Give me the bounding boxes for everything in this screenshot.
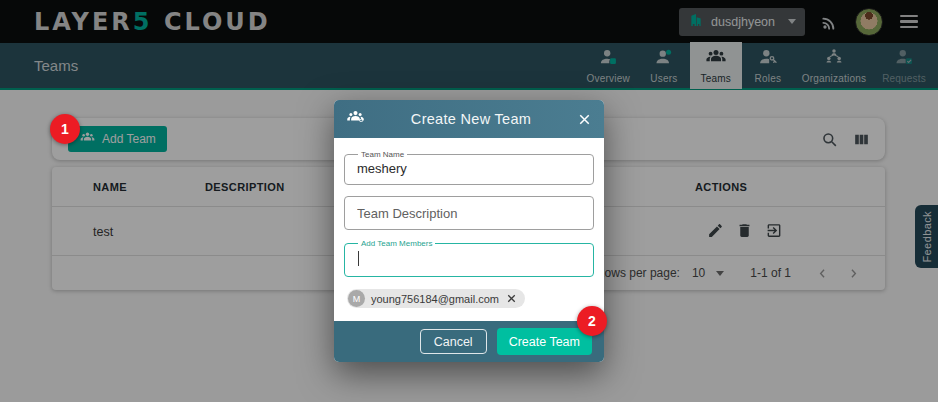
member-email-chip[interactable]: M young756184@gmail.com (347, 289, 525, 308)
team-description-input[interactable] (344, 196, 594, 230)
text-cursor (358, 251, 359, 266)
chip-avatar: M (348, 290, 365, 307)
team-name-label: Team Name (358, 150, 407, 159)
add-team-members-label: Add Team Members (358, 239, 435, 248)
create-team-button[interactable]: Create Team (497, 328, 592, 355)
add-team-members-field[interactable]: Add Team Members (344, 239, 594, 277)
annotation-step-2: 2 (577, 306, 607, 336)
chip-remove-icon[interactable] (505, 292, 518, 305)
modal-title: Create New Team (366, 111, 576, 127)
chip-email-label: young756184@gmail.com (371, 293, 499, 305)
close-icon[interactable] (576, 111, 593, 128)
team-name-field: Team Name (344, 150, 594, 185)
modal-header: Create New Team (334, 100, 604, 138)
modal-body: Team Name Add Team Members M young756184… (334, 138, 604, 321)
create-team-modal: Create New Team Team Name Add Team Membe… (334, 100, 604, 362)
annotation-step-1: 1 (50, 114, 80, 144)
team-name-input[interactable] (353, 160, 585, 178)
modal-footer: Cancel Create Team (334, 321, 604, 362)
cancel-button[interactable]: Cancel (420, 329, 487, 354)
layer5-cloud-app: LAYER5 CLOUD dusdjhyeon Teams (0, 0, 938, 402)
group-icon (345, 108, 366, 130)
